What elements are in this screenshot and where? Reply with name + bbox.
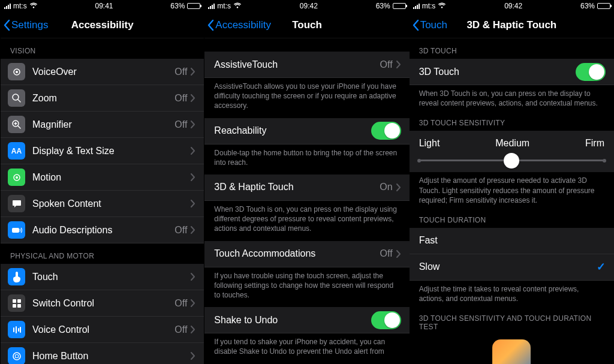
signal-icon bbox=[4, 3, 11, 9]
chevron-right-icon bbox=[191, 352, 195, 360]
row-label: Motion bbox=[32, 166, 191, 189]
back-label: Touch bbox=[420, 19, 447, 31]
test-preview[interactable] bbox=[410, 335, 614, 364]
slider-sensitivity[interactable]: Light Medium Firm bbox=[410, 131, 614, 172]
chevron-right-icon bbox=[191, 273, 195, 281]
svg-rect-6 bbox=[12, 228, 19, 233]
row-label: Touch bbox=[32, 265, 191, 289]
svg-rect-12 bbox=[16, 326, 17, 333]
row-slow[interactable]: Slow ✓ bbox=[410, 254, 614, 281]
row-label: Reachability bbox=[204, 119, 371, 143]
row-value: Off bbox=[174, 119, 187, 130]
toggle-shake-to-undo[interactable] bbox=[371, 311, 401, 329]
row-label: Voice Control bbox=[32, 318, 174, 342]
row-value: Off bbox=[380, 59, 393, 70]
row-fast[interactable]: Fast bbox=[410, 228, 614, 254]
back-button[interactable]: Accessibility bbox=[207, 12, 271, 38]
row-label: Spoken Content bbox=[32, 192, 191, 216]
row-magnifier[interactable]: Magnifier Off bbox=[1, 112, 204, 138]
row-zoom[interactable]: Zoom Off bbox=[1, 85, 204, 112]
row-switch-control[interactable]: Switch Control Off bbox=[1, 290, 204, 317]
wifi-icon bbox=[438, 2, 446, 10]
row-value: Off bbox=[174, 93, 187, 104]
row-label: VoiceOver bbox=[32, 60, 174, 84]
slider-thumb[interactable] bbox=[504, 153, 519, 169]
toggle-3d-touch[interactable] bbox=[576, 63, 606, 81]
footnote-haptic: When 3D Touch is on, you can press on th… bbox=[204, 201, 409, 241]
screen-accessibility: mt:s 09:41 63% Settings Accessibility VI… bbox=[0, 0, 204, 364]
row-audio-descriptions[interactable]: Audio Descriptions Off bbox=[1, 217, 204, 243]
chevron-right-icon bbox=[191, 326, 195, 333]
chevron-right-icon bbox=[396, 183, 401, 191]
row-touch-accommodations[interactable]: Touch Accommodations Off bbox=[204, 241, 409, 267]
nav-bar: Touch 3D & Haptic Touch bbox=[410, 12, 614, 38]
carrier-label: mt:s bbox=[217, 2, 231, 10]
row-value: Off bbox=[174, 324, 187, 335]
row-label: Display & Text Size bbox=[32, 139, 191, 163]
section-physical: PHYSICAL AND MOTOR bbox=[1, 243, 204, 264]
test-image-icon bbox=[492, 339, 531, 364]
footnote-reachability: Double-tap the home button to bring the … bbox=[204, 145, 409, 175]
page-title: Accessibility bbox=[71, 19, 134, 31]
svg-rect-11 bbox=[13, 327, 14, 332]
slider-track[interactable] bbox=[419, 160, 604, 161]
status-bar: mt:s 09:42 63% bbox=[204, 0, 409, 12]
row-home-button[interactable]: Home Button bbox=[1, 343, 204, 364]
row-label: 3D & Haptic Touch bbox=[204, 175, 380, 199]
back-button[interactable]: Touch bbox=[412, 12, 447, 38]
section-duration: TOUCH DURATION bbox=[410, 212, 614, 228]
chevron-left-icon bbox=[3, 19, 10, 31]
row-voiceover[interactable]: VoiceOver Off bbox=[1, 59, 204, 85]
row-3d-touch-toggle[interactable]: 3D Touch bbox=[410, 59, 614, 85]
row-3d-haptic[interactable]: 3D & Haptic Touch On bbox=[204, 175, 409, 201]
svg-rect-8 bbox=[17, 299, 21, 303]
wifi-icon bbox=[29, 2, 38, 10]
home-button-icon bbox=[8, 347, 25, 364]
battery-percent: 63% bbox=[580, 2, 595, 10]
status-bar: mt:s 09:42 63% bbox=[410, 0, 614, 12]
battery-icon bbox=[597, 3, 610, 9]
chevron-right-icon bbox=[396, 61, 401, 68]
footnote-duration: Adjust the time it takes to reveal conte… bbox=[410, 281, 614, 311]
chevron-left-icon bbox=[412, 19, 419, 31]
chevron-right-icon bbox=[191, 200, 195, 207]
section-vision: VISION bbox=[1, 38, 204, 59]
footnote-sensitivity: Adjust the amount of pressure needed to … bbox=[410, 172, 614, 212]
row-display-text-size[interactable]: AA Display & Text Size bbox=[1, 138, 204, 164]
screen-3d-haptic: mt:s 09:42 63% Touch 3D & Haptic Touch 3… bbox=[410, 0, 614, 364]
row-value: Off bbox=[174, 225, 187, 236]
chevron-right-icon bbox=[191, 94, 195, 102]
signal-icon bbox=[208, 3, 215, 9]
back-label: Settings bbox=[11, 19, 48, 31]
row-label: 3D Touch bbox=[410, 60, 576, 84]
battery-icon bbox=[393, 3, 406, 9]
chevron-left-icon bbox=[207, 19, 214, 31]
svg-point-1 bbox=[16, 71, 18, 73]
row-spoken-content[interactable]: Spoken Content bbox=[1, 191, 204, 217]
carrier-label: mt:s bbox=[13, 2, 27, 10]
carrier-label: mt:s bbox=[422, 2, 436, 10]
toggle-reachability[interactable] bbox=[371, 122, 401, 140]
back-label: Accessibility bbox=[215, 19, 271, 31]
clock: 09:41 bbox=[95, 2, 113, 10]
row-voice-control[interactable]: Voice Control Off bbox=[1, 317, 204, 343]
chevron-right-icon bbox=[191, 299, 195, 307]
slider-label-firm: Firm bbox=[585, 138, 604, 149]
row-reachability[interactable]: Reachability bbox=[204, 118, 409, 145]
screen-touch: mt:s 09:42 63% Accessibility Touch Assis… bbox=[204, 0, 409, 364]
row-label: Shake to Undo bbox=[204, 308, 371, 332]
row-touch[interactable]: Touch bbox=[1, 264, 204, 290]
row-assistivetouch[interactable]: AssistiveTouch Off bbox=[204, 52, 409, 78]
footnote-3d-touch: When 3D Touch is on, you can press on th… bbox=[410, 85, 614, 115]
row-motion[interactable]: Motion bbox=[1, 164, 204, 191]
clock: 09:42 bbox=[504, 2, 522, 10]
footnote-accommodations: If you have trouble using the touch scre… bbox=[204, 267, 409, 308]
page-title: 3D & Haptic Touch bbox=[466, 19, 556, 31]
row-label: Switch Control bbox=[32, 291, 174, 315]
slider-label-medium: Medium bbox=[495, 138, 529, 149]
row-shake-to-undo[interactable]: Shake to Undo bbox=[204, 307, 409, 333]
back-button[interactable]: Settings bbox=[3, 12, 48, 38]
section-sensitivity: 3D TOUCH SENSITIVITY bbox=[410, 115, 614, 131]
audio-desc-icon bbox=[8, 221, 25, 239]
row-label: AssistiveTouch bbox=[204, 53, 380, 77]
